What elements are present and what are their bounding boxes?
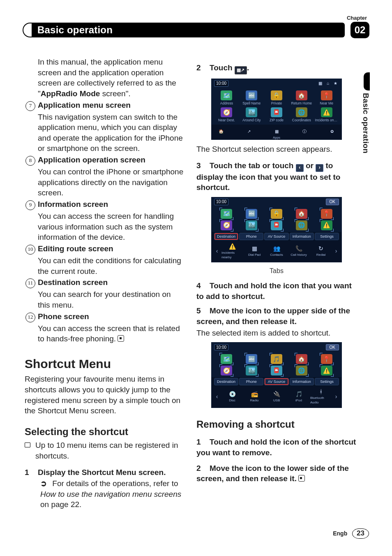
app-icon[interactable]: 📍 (315, 209, 338, 219)
dock-icon[interactable]: ⓘ (299, 127, 310, 136)
carousel-item[interactable]: ▦Dial Pad (244, 245, 265, 257)
ok-button[interactable]: OK (326, 344, 339, 351)
app-icon[interactable]: 🧭 (215, 366, 238, 375)
app-icon[interactable]: 🏙️ (240, 220, 263, 230)
section-title: Basic operation (37, 23, 113, 37)
carousel-prev-icon[interactable]: ‹ (213, 247, 221, 255)
app-icon[interactable]: 🗺️ (215, 354, 238, 364)
app-icon[interactable]: 📍Near Me (315, 90, 338, 106)
tab-av-source[interactable]: AV Source (264, 378, 288, 385)
item-11: 11Destination screen You can search for … (25, 277, 185, 310)
prev-arrow-icon: ‹ (296, 164, 304, 172)
app-icon[interactable]: 🎵 (265, 354, 288, 364)
carousel-item[interactable]: 📞Call history (288, 245, 309, 257)
carousel-item[interactable]: 🔌USB (266, 390, 287, 403)
tab-phone[interactable]: Phone (239, 233, 263, 240)
tab-settings[interactable]: Settings (315, 378, 339, 385)
app-icon[interactable]: 📍 (315, 354, 338, 364)
side-label: Basic operation (360, 93, 371, 153)
step-2: 2Touch ▦↗. (196, 63, 357, 74)
app-icon[interactable]: 🏠Return Home (290, 90, 313, 106)
tab-settings[interactable]: Settings (315, 233, 339, 240)
app-icon[interactable]: 🗺️Address (215, 90, 238, 106)
tab-phone[interactable]: Phone (239, 378, 263, 385)
tab-information[interactable]: Information (290, 378, 314, 385)
dock-icon[interactable]: ↗ (244, 127, 254, 136)
tab-av-source[interactable]: AV Source (264, 233, 288, 240)
title-bar: Basic operation 02 (23, 23, 369, 37)
app-icon[interactable]: 🧭Near Dest. (215, 107, 238, 123)
app-icon[interactable]: 🌐 (290, 366, 313, 375)
step-1-note: For details of the operations, refer to … (25, 478, 185, 510)
carousel-next-icon[interactable]: › (332, 393, 340, 401)
item-9: 9Information screen You can access the s… (25, 199, 185, 243)
circled-8-icon: 8 (25, 156, 35, 166)
app-icon[interactable]: 🔤 (240, 354, 263, 364)
chapter-label: Chapter (347, 14, 367, 22)
app-icon[interactable]: 🔒Private (265, 90, 288, 106)
app-icon[interactable]: 🧭 (215, 220, 238, 230)
app-icon[interactable]: 🌐Coordinates (290, 107, 313, 123)
remove-step-2: 2Move the icon to the lower side of the … (196, 463, 357, 484)
phone-carousel: ‹⚠️Incidents nearby▦Dial Pad👥Contacts📞Ca… (212, 241, 341, 262)
circled-9-icon: 9 (25, 200, 35, 210)
app-icon[interactable]: 🔒 (265, 209, 288, 219)
carousel-item[interactable]: ⚠️Incidents nearby (221, 243, 243, 259)
carousel-next-icon[interactable]: › (332, 247, 340, 255)
tab-row: DestinationPhoneAV SourceInformationSett… (212, 377, 341, 386)
app-icon[interactable]: 🔤Spell Name (240, 90, 263, 106)
tab-information[interactable]: Information (290, 233, 314, 240)
carousel-item[interactable]: 📻Radio (244, 390, 265, 403)
shortcut-intro: Registering your favourite menu items in… (25, 374, 185, 416)
app-icon[interactable]: 🏙️Around City (240, 107, 263, 123)
right-column: 2Touch ▦↗. 10:00 ▦ ⌂ ★ 🗺️Address🔤Spell N… (196, 57, 357, 485)
stop-icon (118, 335, 124, 342)
app-icon[interactable]: ⚠️ (315, 220, 338, 230)
app-icon[interactable]: ⚠️ (315, 366, 338, 375)
shortcut-menu-heading: Shortcut Menu (25, 356, 185, 373)
item-10: 10Editing route screen You can edit the … (25, 243, 185, 276)
note-bullet: Up to 10 menu items can be registered in… (25, 440, 185, 461)
app-icon[interactable]: 🌐 (290, 220, 313, 230)
carousel-item[interactable]: ↻Redial (310, 245, 332, 257)
app-icon[interactable]: 🗺️ (215, 209, 238, 219)
app-icon[interactable]: ⚠️Incidents on ro... (315, 107, 338, 123)
app-icon[interactable]: 🔤 (240, 209, 263, 219)
clock: 10:00 (214, 80, 228, 87)
app-icon[interactable]: 📮ZIP code (265, 107, 288, 123)
page-footer: Engb 23 (0, 528, 369, 539)
step-3: 3Touch the tab or touch ‹ or › to displa… (196, 160, 357, 193)
ok-button[interactable]: OK (326, 199, 339, 205)
carousel-prev-icon[interactable]: ‹ (213, 393, 221, 401)
next-arrow-icon: › (316, 164, 323, 172)
dock-icon[interactable]: ▦Apps (271, 127, 282, 136)
carousel-item[interactable]: 💿Disc (221, 390, 243, 403)
app-icon[interactable]: 🏠 (290, 209, 313, 219)
carousel-item[interactable]: 👥Contacts (266, 245, 287, 257)
circled-10-icon: 10 (25, 245, 35, 255)
app-icon[interactable]: 📮 (265, 366, 288, 375)
carousel-item[interactable]: 🎵iPod (288, 390, 309, 403)
topbar-icons: ▦ ⌂ ★ (318, 81, 339, 86)
tab-destination[interactable]: Destination (214, 233, 238, 240)
app-icon[interactable]: 🏠 (290, 354, 313, 364)
side-thumb-tab: Basic operation (357, 72, 370, 179)
item-12: 12Phone screen You can access the screen… (25, 311, 185, 344)
screenshot-destination-menu: 10:00 ▦ ⌂ ★ 🗺️Address🔤Spell Name🔒Private… (211, 79, 342, 140)
tab-row: DestinationPhoneAV SourceInformationSett… (212, 232, 341, 241)
removing-heading: Removing a shortcut (196, 418, 357, 431)
item-8: 8Application operation screen You can co… (25, 155, 185, 198)
app-icon[interactable]: 📮 (265, 220, 288, 230)
chapter-number-badge: 02 (350, 22, 369, 38)
circled-11-icon: 11 (25, 278, 35, 288)
tab-destination[interactable]: Destination (214, 378, 238, 385)
item-7: 7Application menu screen This navigation… (25, 100, 185, 154)
dock-icon[interactable]: 🏠 (216, 127, 226, 136)
box-bullet-icon (25, 442, 30, 447)
carousel-item[interactable]: ᚼBluetooth Audio (310, 388, 332, 405)
screenshot-tabs: 10:00 OK 🗺️🔤🔒🏠📍🧭🏙️📮🌐⚠️ DestinationPhoneA… (211, 197, 342, 263)
screenshot-1-caption: The Shortcut selection screen appears. (196, 144, 357, 155)
dock-icon[interactable]: ✿ (327, 127, 337, 136)
app-icon[interactable]: 🏙️ (240, 366, 263, 375)
step-4: 4Touch and hold the icon that you want t… (196, 280, 357, 301)
